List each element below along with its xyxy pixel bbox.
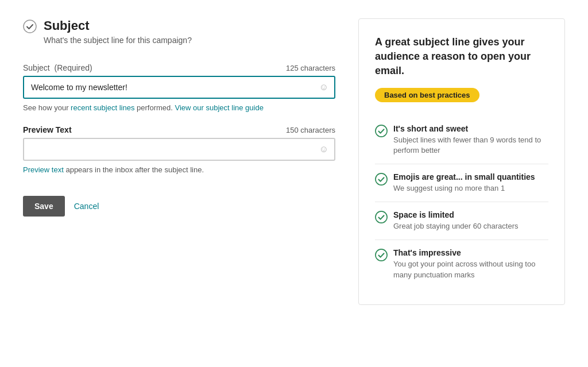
checklist-title-3: That's impressive: [393, 248, 548, 257]
subject-label: Subject (Required): [23, 63, 92, 72]
checklist-check-icon-3: [375, 249, 388, 261]
checklist-desc-3: You got your point across without using …: [393, 259, 548, 280]
checklist-desc-1: We suggest using no more than 1: [393, 183, 535, 194]
svg-point-2: [376, 173, 387, 185]
preview-input-wrapper: ☺: [23, 138, 335, 161]
svg-point-3: [376, 211, 387, 223]
subject-line-guide-link[interactable]: View our subject line guide: [175, 103, 263, 112]
svg-point-0: [24, 20, 36, 33]
preview-text-field-group: Preview Text 150 characters ☺ Preview te…: [23, 125, 335, 176]
subject-helper-text: See how your recent subject lines perfor…: [23, 102, 335, 114]
svg-point-4: [376, 249, 387, 261]
preview-emoji-icon[interactable]: ☺: [319, 144, 328, 154]
checklist: It's short and sweet Subject lines with …: [375, 116, 548, 288]
checklist-item-1: Emojis are great... in small quantities …: [375, 164, 548, 202]
subject-char-count: 125 characters: [286, 64, 335, 72]
checklist-item-2: Space is limited Great job staying under…: [375, 202, 548, 239]
preview-text-link[interactable]: Preview text: [23, 165, 64, 174]
checklist-title-1: Emojis are great... in small quantities: [393, 172, 535, 181]
page-title: Subject: [44, 18, 192, 33]
subject-input-wrapper: ☺: [23, 76, 335, 99]
tip-panel-headline: A great subject line gives your audience…: [375, 35, 548, 79]
checklist-title-2: Space is limited: [393, 210, 519, 219]
checklist-item-0: It's short and sweet Subject lines with …: [375, 116, 548, 164]
recent-subject-lines-link[interactable]: recent subject lines: [71, 103, 134, 112]
checklist-check-icon-1: [375, 173, 388, 186]
checklist-content-2: Space is limited Great job staying under…: [393, 210, 519, 231]
checklist-item-3: That's impressive You got your point acr…: [375, 239, 548, 288]
page-subtitle: What's the subject line for this campaig…: [44, 36, 192, 45]
section-check-icon: [23, 20, 37, 33]
section-header: Subject What's the subject line for this…: [23, 18, 335, 45]
preview-helper-text: Preview text appears in the inbox after …: [23, 164, 335, 176]
best-practices-badge: Based on best practices: [375, 88, 479, 102]
tip-panel: A great subject line gives your audience…: [358, 18, 565, 305]
subject-field-group: Subject (Required) 125 characters ☺ See …: [23, 63, 335, 114]
checklist-content-3: That's impressive You got your point acr…: [393, 248, 548, 280]
checklist-desc-2: Great job staying under 60 characters: [393, 221, 519, 231]
preview-label: Preview Text: [23, 125, 72, 134]
checklist-content-1: Emojis are great... in small quantities …: [393, 172, 535, 194]
subject-emoji-icon[interactable]: ☺: [319, 82, 328, 92]
checklist-check-icon-2: [375, 211, 388, 223]
svg-point-1: [376, 125, 387, 136]
cancel-button[interactable]: Cancel: [74, 202, 99, 211]
preview-char-count: 150 characters: [286, 126, 335, 134]
checklist-title-0: It's short and sweet: [393, 124, 548, 133]
checklist-desc-0: Subject lines with fewer than 9 words te…: [393, 135, 548, 156]
save-button[interactable]: Save: [23, 196, 65, 217]
checklist-check-icon-0: [375, 125, 388, 137]
preview-input[interactable]: [23, 138, 335, 161]
button-row: Save Cancel: [23, 196, 335, 217]
checklist-content-0: It's short and sweet Subject lines with …: [393, 124, 548, 156]
subject-input[interactable]: [23, 76, 335, 99]
